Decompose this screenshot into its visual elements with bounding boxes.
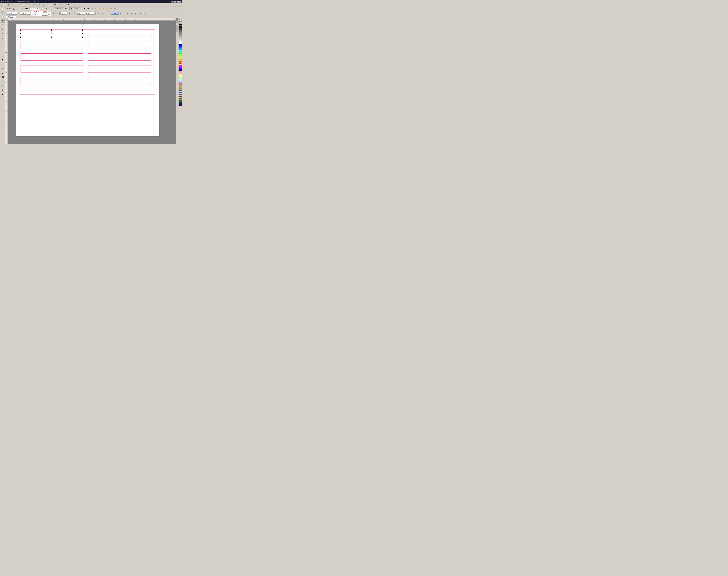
- swatch-light-lilac[interactable]: [178, 81, 182, 83]
- design-rect-r4-left[interactable]: [21, 65, 83, 73]
- swatch-cyan[interactable]: [178, 51, 182, 52]
- eyedropper-tool-button[interactable]: 💉: [1, 79, 5, 83]
- menu-tools[interactable]: Tools: [58, 4, 64, 6]
- palette-close1[interactable]: ✕: [178, 19, 180, 21]
- hand-tool1[interactable]: ☚: [83, 7, 86, 10]
- freehand-tool-button[interactable]: ✏: [1, 37, 5, 41]
- swatch-blue[interactable]: [178, 44, 182, 46]
- rectangle-tool-button[interactable]: □: [1, 45, 5, 49]
- hand-tool4[interactable]: ✋: [94, 7, 97, 10]
- design-rect-r5-left[interactable]: [21, 77, 83, 84]
- handle-bl[interactable]: [20, 36, 21, 38]
- skew-h-input[interactable]: [77, 12, 85, 15]
- swatch-teal[interactable]: [178, 89, 182, 91]
- handle-ml[interactable]: [20, 33, 21, 34]
- smart-tool-button[interactable]: ⌒: [1, 41, 5, 45]
- width-input[interactable]: [34, 11, 42, 13]
- round-corners-button[interactable]: ⊡: [97, 11, 100, 15]
- mirror-h-button[interactable]: ⇔: [68, 11, 72, 15]
- swatch-olive[interactable]: [178, 87, 182, 89]
- skew-v-input[interactable]: [86, 12, 94, 15]
- width-pct-input[interactable]: [43, 11, 49, 13]
- export-button[interactable]: ⬆: [21, 7, 25, 10]
- menu-object[interactable]: Object: [24, 4, 31, 6]
- close-button[interactable]: ✕: [179, 1, 181, 3]
- design-rect-r4-right[interactable]: [88, 65, 151, 73]
- transparency-tool-button[interactable]: ⬛: [1, 75, 5, 79]
- swatch-nearwhite[interactable]: [178, 40, 182, 42]
- zoom-tool-button[interactable]: ⊕: [1, 32, 5, 36]
- menu-file[interactable]: File: [1, 4, 6, 6]
- menu-window[interactable]: Window: [64, 4, 72, 6]
- swatch-tan[interactable]: [178, 85, 182, 87]
- swatch-lightblue[interactable]: [178, 49, 182, 50]
- connector-tool-button[interactable]: |: [0, 66, 5, 71]
- design-rect-r2-left[interactable]: [21, 42, 83, 49]
- page-canvas[interactable]: ×: [16, 24, 159, 136]
- swatch-vlightgray[interactable]: [178, 38, 182, 40]
- launch-button[interactable]: ▦ Launch ▼: [69, 7, 81, 10]
- settings-button[interactable]: ⚙: [64, 7, 68, 10]
- grid-button[interactable]: ⊞: [45, 7, 48, 10]
- align-left-button[interactable]: ⊣: [125, 11, 129, 15]
- polygon-tool-button[interactable]: ⬡: [1, 54, 5, 58]
- swatch-light-cyan[interactable]: [178, 79, 182, 81]
- ellipse-tool-button[interactable]: ○: [1, 50, 5, 54]
- minimize-button[interactable]: —: [174, 1, 176, 3]
- selected-rect[interactable]: ×: [21, 30, 83, 37]
- swatch-rose[interactable]: [178, 83, 182, 85]
- swatch-black[interactable]: [178, 24, 182, 26]
- menu-table[interactable]: Table: [52, 4, 58, 6]
- swatch-green[interactable]: [178, 53, 182, 54]
- swatch-yellow[interactable]: [178, 57, 182, 58]
- hand-tool2[interactable]: ☛: [86, 7, 90, 10]
- pick-tool-button[interactable]: ↖: [1, 19, 5, 23]
- swatch-dark-teal[interactable]: [178, 100, 182, 102]
- text-tool-button[interactable]: A: [1, 58, 5, 62]
- swatch-vdarkgray[interactable]: [178, 26, 182, 28]
- hand-tool7[interactable]: 👇: [106, 7, 109, 10]
- design-rect-r3-left[interactable]: [21, 53, 83, 61]
- height-pct-input[interactable]: [42, 13, 48, 16]
- menu-help[interactable]: Help: [72, 4, 78, 6]
- swatch-dark-purple[interactable]: [178, 104, 182, 106]
- swatch-dark-olive[interactable]: [178, 98, 182, 99]
- scroll-up-button[interactable]: ▲: [176, 21, 178, 23]
- swatch-magenta[interactable]: [178, 65, 182, 67]
- swatch-violet[interactable]: [178, 94, 182, 95]
- swatch-peach[interactable]: [178, 73, 182, 75]
- transform-tool-button[interactable]: ✥: [1, 27, 5, 31]
- swatch-navy2[interactable]: [178, 92, 182, 93]
- swatch-gray40[interactable]: [178, 30, 182, 32]
- import-button[interactable]: ⬇: [17, 7, 21, 10]
- more-tools-button[interactable]: ▶▶: [113, 7, 117, 10]
- extra-button[interactable]: ⊞: [143, 11, 146, 15]
- y-input[interactable]: [20, 12, 30, 15]
- menu-layout[interactable]: Layout: [17, 4, 24, 6]
- thickness-up-button[interactable]: ▲: [119, 11, 122, 15]
- swatch-purple[interactable]: [178, 67, 182, 69]
- handle-tm[interactable]: [51, 29, 52, 31]
- canvas-area[interactable]: 1 2 3 4 5 6 7 8 9 10 11 12 13: [5, 18, 178, 144]
- scallop-button[interactable]: ⊃: [101, 11, 104, 15]
- swatch-dark-brown[interactable]: [178, 96, 182, 97]
- save-button[interactable]: 💾: [8, 7, 12, 10]
- swatch-gray50[interactable]: [178, 32, 182, 34]
- new-button[interactable]: 📄: [1, 7, 4, 10]
- hand-tool6[interactable]: 👆: [102, 7, 105, 10]
- restore-button[interactable]: ❐: [176, 1, 179, 3]
- more-style-button[interactable]: ⊠: [134, 11, 138, 15]
- mirror-v-button[interactable]: ⇕: [73, 11, 76, 15]
- menu-text[interactable]: Text: [46, 4, 51, 6]
- menu-effects[interactable]: Effects: [31, 4, 38, 6]
- hand-tool8[interactable]: ☞: [109, 7, 113, 10]
- export-pdf[interactable]: PDF: [25, 7, 28, 10]
- hand-tool5[interactable]: 🤙: [98, 7, 102, 10]
- handle-br[interactable]: [82, 36, 83, 38]
- swatch-light-yellow[interactable]: [178, 75, 182, 77]
- full-screen-button[interactable]: ⛶: [41, 7, 44, 10]
- handle-tl[interactable]: [20, 29, 21, 31]
- screen-icon[interactable]: ⊞: [171, 1, 173, 3]
- swatch-orange[interactable]: [178, 59, 182, 60]
- tab-untitled[interactable]: Untitled-1: [6, 16, 16, 18]
